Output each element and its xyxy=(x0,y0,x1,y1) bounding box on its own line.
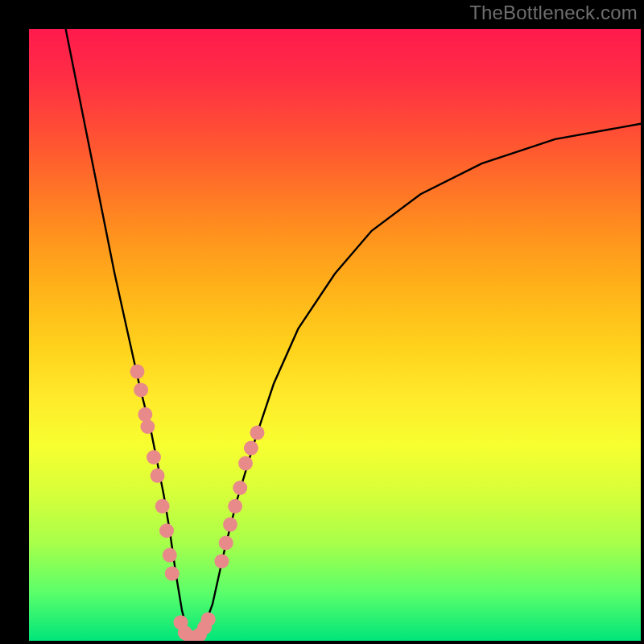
plot-area xyxy=(29,29,641,641)
data-point xyxy=(228,499,242,514)
data-point xyxy=(238,456,253,471)
data-point xyxy=(130,365,145,379)
data-point xyxy=(165,566,180,580)
data-point xyxy=(233,481,247,495)
data-point xyxy=(138,407,152,422)
data-point xyxy=(159,523,174,538)
data-point xyxy=(201,612,216,626)
data-point xyxy=(147,450,161,464)
data-point xyxy=(140,419,155,434)
data-point xyxy=(214,554,229,568)
chart-container: TheBottleneck.com xyxy=(0,0,644,644)
bottleneck-curve xyxy=(66,29,641,641)
data-point xyxy=(155,499,170,514)
data-point xyxy=(244,441,258,456)
watermark-text: TheBottleneck.com xyxy=(469,2,638,24)
data-point xyxy=(163,548,177,563)
data-point xyxy=(250,426,265,440)
data-point xyxy=(151,469,165,483)
data-point xyxy=(223,518,237,532)
data-point xyxy=(219,535,233,550)
data-point xyxy=(134,382,148,397)
curve-svg xyxy=(29,29,641,641)
